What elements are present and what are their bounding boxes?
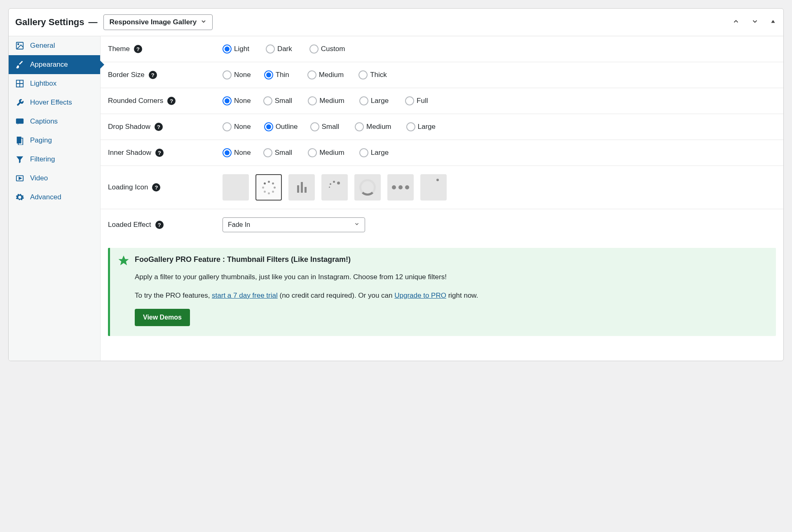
brush-icon xyxy=(15,60,24,69)
help-icon[interactable]: ? xyxy=(134,45,142,53)
radio-drop-none[interactable]: None xyxy=(223,122,251,131)
row-label: Loaded Effect xyxy=(108,221,151,229)
loaded-effect-select[interactable]: Fade In xyxy=(223,217,365,232)
radio-inner-large[interactable]: Large xyxy=(359,148,389,157)
loading-icon-dots[interactable] xyxy=(387,174,414,201)
sidebar-item-label: Captions xyxy=(30,117,58,126)
loaded-effect-value: Fade In xyxy=(228,221,250,229)
sidebar-item-label: Video xyxy=(30,174,48,182)
loading-icon-ring[interactable] xyxy=(354,174,381,201)
sidebar-item-lightbox[interactable]: Lightbox xyxy=(9,74,100,93)
row-label: Drop Shadow xyxy=(108,123,150,131)
chevron-down-icon xyxy=(354,221,360,229)
radio-rounded-none[interactable]: None xyxy=(223,96,251,105)
sidebar-item-general[interactable]: General xyxy=(9,36,100,55)
radio-drop-medium[interactable]: Medium xyxy=(355,122,391,131)
sidebar-item-label: Lightbox xyxy=(30,79,56,88)
promo-description: Apply a filter to your gallery thumbnail… xyxy=(135,272,767,282)
sidebar-item-label: General xyxy=(30,42,55,50)
promo-title: FooGallery PRO Feature : Thumbnail Filte… xyxy=(135,255,767,264)
move-up-icon[interactable] xyxy=(732,18,740,27)
help-icon[interactable]: ? xyxy=(152,183,160,191)
collapse-toggle[interactable]: — xyxy=(89,17,98,28)
loading-icon-pulse[interactable] xyxy=(420,174,447,201)
settings-content: Theme ? Light Dark Custom Border Size ? … xyxy=(101,36,783,361)
row-label: Loading Icon xyxy=(108,183,148,191)
radio-theme-dark[interactable]: Dark xyxy=(266,44,292,54)
help-icon[interactable]: ? xyxy=(155,123,163,131)
loading-icon-none[interactable] xyxy=(223,174,249,201)
help-icon[interactable]: ? xyxy=(167,97,176,105)
row-label: Rounded Corners xyxy=(108,97,163,105)
image-icon xyxy=(15,41,24,50)
radio-inner-medium[interactable]: Medium xyxy=(308,148,344,157)
wrench-icon xyxy=(15,98,24,107)
radio-border-medium[interactable]: Medium xyxy=(307,70,344,79)
radio-inner-small[interactable]: Small xyxy=(263,148,293,157)
loading-icon-trail[interactable] xyxy=(321,174,348,201)
video-icon xyxy=(15,174,24,183)
sidebar-item-label: Paging xyxy=(30,136,52,145)
settings-sidebar: General Appearance Lightbox Hover Effect… xyxy=(9,36,101,361)
row-loaded-effect: Loaded Effect ? Fade In xyxy=(101,209,783,240)
panel-title: Gallery Settings xyxy=(15,17,84,28)
help-icon[interactable]: ? xyxy=(155,221,164,229)
svg-marker-11 xyxy=(19,177,21,180)
grid-icon xyxy=(15,79,24,88)
move-down-icon[interactable] xyxy=(751,18,759,27)
loading-icon-spinner[interactable] xyxy=(255,174,282,201)
row-label: Theme xyxy=(108,45,130,53)
radio-rounded-large[interactable]: Large xyxy=(359,96,389,105)
sidebar-item-captions[interactable]: Captions xyxy=(9,112,100,131)
row-inner-shadow: Inner Shadow ? None Small Medium Large xyxy=(101,140,783,166)
radio-theme-light[interactable]: Light xyxy=(223,44,249,54)
radio-drop-large[interactable]: Large xyxy=(406,122,436,131)
preset-select[interactable]: Responsive Image Gallery xyxy=(103,14,213,30)
view-demos-button[interactable]: View Demos xyxy=(135,309,190,326)
sidebar-item-label: Filtering xyxy=(30,155,55,163)
start-trial-link[interactable]: start a 7 day free trial xyxy=(212,292,278,299)
radio-rounded-medium[interactable]: Medium xyxy=(308,96,344,105)
sidebar-item-video[interactable]: Video xyxy=(9,169,100,188)
row-drop-shadow: Drop Shadow ? None Outline Small Medium … xyxy=(101,114,783,140)
svg-marker-9 xyxy=(16,156,23,163)
chevron-down-icon xyxy=(200,18,207,26)
filter-icon xyxy=(15,155,24,164)
star-icon xyxy=(117,254,130,268)
radio-drop-outline[interactable]: Outline xyxy=(264,122,298,131)
radio-theme-custom[interactable]: Custom xyxy=(309,44,345,54)
preset-select-value: Responsive Image Gallery xyxy=(110,18,197,26)
radio-drop-small[interactable]: Small xyxy=(310,122,340,131)
radio-border-none[interactable]: None xyxy=(223,70,251,79)
sidebar-item-filtering[interactable]: Filtering xyxy=(9,150,100,169)
radio-inner-none[interactable]: None xyxy=(223,148,251,157)
radio-rounded-full[interactable]: Full xyxy=(405,96,428,105)
row-label: Border Size xyxy=(108,71,145,79)
loading-icon-bars[interactable] xyxy=(288,174,315,201)
svg-rect-7 xyxy=(17,137,21,144)
row-border-size: Border Size ? None Thin Medium Thick xyxy=(101,62,783,88)
row-label: Inner Shadow xyxy=(108,149,151,157)
promo-trial-text: To try the PRO features, start a 7 day f… xyxy=(135,291,767,301)
sidebar-item-appearance[interactable]: Appearance xyxy=(9,55,100,74)
svg-marker-12 xyxy=(119,256,129,266)
pro-feature-promo: FooGallery PRO Feature : Thumbnail Filte… xyxy=(108,248,776,336)
radio-border-thin[interactable]: Thin xyxy=(264,70,289,79)
sidebar-item-paging[interactable]: Paging xyxy=(9,131,100,150)
sidebar-item-label: Appearance xyxy=(30,61,68,69)
row-theme: Theme ? Light Dark Custom xyxy=(101,36,783,62)
sidebar-item-hover[interactable]: Hover Effects xyxy=(9,93,100,112)
sidebar-item-label: Advanced xyxy=(30,193,61,201)
collapse-up-icon[interactable] xyxy=(770,19,776,26)
panel-header: Gallery Settings — Responsive Image Gall… xyxy=(9,9,783,36)
caption-icon xyxy=(15,117,24,126)
help-icon[interactable]: ? xyxy=(155,149,164,157)
gallery-settings-panel: Gallery Settings — Responsive Image Gall… xyxy=(8,8,784,361)
row-loading-icon: Loading Icon ? xyxy=(101,166,783,209)
sidebar-item-label: Hover Effects xyxy=(30,98,72,107)
sidebar-item-advanced[interactable]: Advanced xyxy=(9,188,100,207)
radio-border-thick[interactable]: Thick xyxy=(359,70,387,79)
radio-rounded-small[interactable]: Small xyxy=(263,96,293,105)
help-icon[interactable]: ? xyxy=(149,71,157,79)
upgrade-pro-link[interactable]: Upgrade to PRO xyxy=(394,292,446,299)
